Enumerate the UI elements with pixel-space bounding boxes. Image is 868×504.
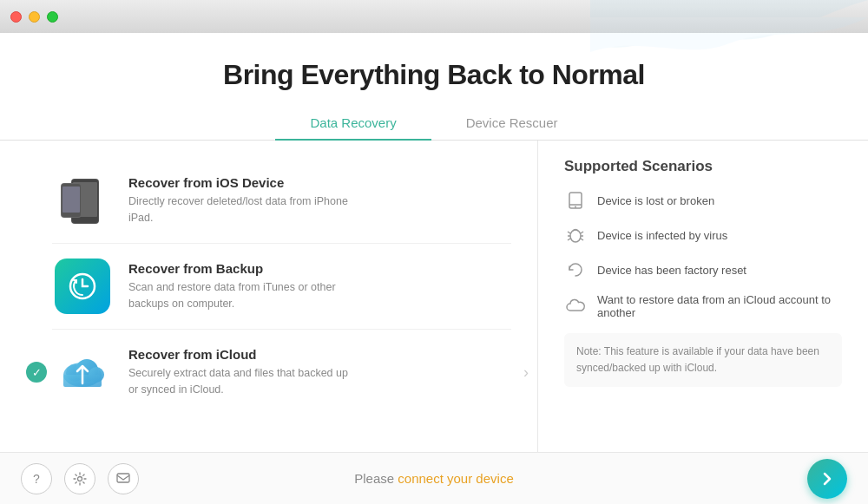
right-panel: Supported Scenarios Device is lost or br… bbox=[538, 141, 868, 452]
main-title: Bring Everything Back to Normal bbox=[0, 59, 868, 91]
device-icon bbox=[564, 189, 587, 212]
settings-button[interactable] bbox=[64, 463, 95, 494]
scenario-icloud-text: Want to restore data from an iCloud acco… bbox=[597, 293, 842, 319]
svg-point-15 bbox=[570, 230, 581, 242]
tab-data-recovery[interactable]: Data Recovery bbox=[275, 107, 431, 141]
tab-device-rescuer[interactable]: Device Rescuer bbox=[431, 107, 593, 141]
svg-rect-23 bbox=[117, 474, 129, 482]
ios-option-text: Recover from iOS Device Directly recover… bbox=[128, 175, 354, 226]
scenarios-title: Supported Scenarios bbox=[564, 158, 842, 175]
cloud-icon bbox=[564, 295, 587, 317]
content-area: Recover from iOS Device Directly recover… bbox=[0, 141, 868, 452]
scenario-icloud-transfer: Want to restore data from an iCloud acco… bbox=[564, 293, 842, 319]
svg-rect-5 bbox=[62, 187, 80, 213]
option-icloud[interactable]: ✓ bbox=[52, 330, 511, 415]
maximize-button[interactable] bbox=[47, 11, 58, 23]
backup-icon bbox=[52, 256, 113, 317]
header: Bring Everything Back to Normal bbox=[0, 33, 868, 91]
next-button[interactable] bbox=[807, 459, 847, 499]
help-button[interactable]: ? bbox=[21, 463, 52, 494]
tab-bar: Data Recovery Device Rescuer bbox=[0, 107, 868, 141]
scenario-lost-text: Device is lost or broken bbox=[597, 194, 714, 207]
bug-icon bbox=[564, 224, 587, 246]
footer-status: Please connect your device bbox=[354, 471, 513, 486]
svg-line-21 bbox=[581, 239, 583, 240]
icloud-icon bbox=[52, 342, 113, 403]
option-backup[interactable]: Recover from Backup Scan and restore dat… bbox=[52, 244, 511, 330]
scenario-virus: Device is infected by virus bbox=[564, 224, 842, 246]
title-bar bbox=[0, 0, 868, 33]
svg-rect-12 bbox=[569, 193, 582, 208]
left-panel: Recover from iOS Device Directly recover… bbox=[0, 141, 538, 452]
option-ios-device[interactable]: Recover from iOS Device Directly recover… bbox=[52, 158, 511, 244]
scenario-factory-reset: Device has been factory reset bbox=[564, 259, 842, 281]
note-text: Note: This feature is available if your … bbox=[576, 344, 830, 376]
backup-option-text: Recover from Backup Scan and restore dat… bbox=[128, 261, 354, 312]
footer-left-buttons: ? bbox=[21, 463, 139, 494]
note-box: Note: This feature is available if your … bbox=[564, 333, 842, 387]
icloud-option-text: Recover from iCloud Securely extract dat… bbox=[128, 347, 354, 398]
selected-arrow: › bbox=[523, 363, 529, 382]
scenario-virus-text: Device is infected by virus bbox=[597, 229, 727, 242]
close-button[interactable] bbox=[10, 11, 22, 23]
svg-line-19 bbox=[581, 232, 583, 233]
svg-point-14 bbox=[575, 206, 576, 208]
scenario-factory-text: Device has been factory reset bbox=[597, 264, 746, 277]
selected-badge: ✓ bbox=[26, 362, 47, 383]
footer: ? Please connect your device bbox=[0, 452, 868, 504]
svg-point-22 bbox=[78, 476, 82, 481]
scenario-lost-broken: Device is lost or broken bbox=[564, 189, 842, 212]
reset-icon bbox=[564, 259, 587, 281]
ios-device-icon bbox=[52, 170, 113, 231]
minimize-button[interactable] bbox=[29, 11, 40, 23]
main-content: Bring Everything Back to Normal Data Rec… bbox=[0, 33, 868, 504]
svg-line-18 bbox=[568, 239, 570, 240]
feedback-button[interactable] bbox=[108, 463, 139, 494]
svg-line-16 bbox=[568, 232, 570, 233]
